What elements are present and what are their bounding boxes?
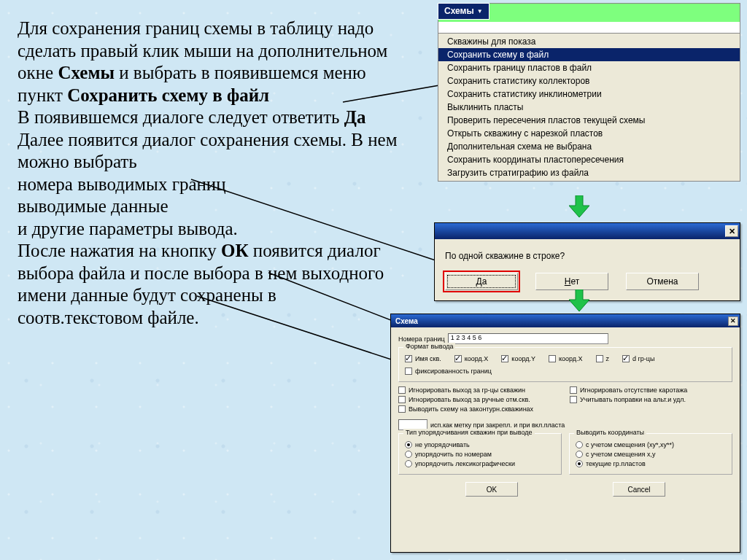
sort-group: Тип упорядочивания скважин при выводе не… bbox=[398, 433, 562, 475]
flow-arrow-icon bbox=[569, 195, 589, 217]
instructions-text: Для сохранения границ схемы в таблицу на… bbox=[18, 18, 404, 329]
context-menu: Скважины для показа Сохранить схему в фа… bbox=[438, 34, 740, 182]
close-button[interactable]: ✕ bbox=[728, 316, 738, 326]
checkbox[interactable] bbox=[570, 396, 577, 403]
checkbox[interactable] bbox=[622, 355, 630, 362]
checkbox[interactable] bbox=[405, 368, 412, 375]
no-button[interactable]: Нет bbox=[535, 273, 608, 290]
menu-item[interactable]: Выклинить пласты bbox=[438, 101, 740, 114]
menu-item[interactable]: Сохранить статистику коллекторов bbox=[438, 74, 740, 88]
save-scheme-dialog: Схема ✕ Номера границ 1 2 3 4 5 6 Формат… bbox=[390, 314, 740, 553]
checkbox[interactable] bbox=[549, 355, 556, 362]
menu-item-selected[interactable]: Сохранить схему в файл bbox=[438, 48, 740, 61]
mark-note: исп.как метку при закрепл. и при вкл.пла… bbox=[430, 421, 565, 429]
cancel-button[interactable]: Отмена bbox=[626, 273, 699, 290]
menu-item[interactable]: Сохранить границу пластов в файл bbox=[438, 61, 740, 74]
radio[interactable] bbox=[576, 441, 583, 448]
menu-item[interactable]: Проверить пересечения пластов текущей сх… bbox=[438, 114, 740, 127]
menu-item[interactable]: Сохранить статистику инклинометрии bbox=[438, 88, 740, 101]
yes-label-rest: а bbox=[482, 276, 487, 287]
checkbox[interactable] bbox=[405, 355, 412, 362]
confirm-titlebar: ✕ bbox=[435, 223, 740, 239]
menu-item[interactable]: Сохранить координаты пластопересечения bbox=[438, 153, 740, 166]
chevron-down-icon: ▼ bbox=[477, 8, 483, 15]
group-label: Формат вывода bbox=[403, 343, 455, 350]
cancel-button[interactable]: Cancel bbox=[613, 482, 665, 497]
group-label: Тип упорядочивания скважин при выводе bbox=[403, 429, 535, 436]
menu-item[interactable]: Дополнительная схема не выбрана bbox=[438, 140, 740, 153]
coord-group: Выводить координаты с учетом смещения (x… bbox=[569, 433, 732, 475]
context-menu-panel: Схемы▼ Скважины для показа Сохранить схе… bbox=[438, 3, 740, 182]
output-format-group: Формат вывода Имя скв. коорд.X коорд.Y к… bbox=[398, 347, 732, 382]
radio[interactable] bbox=[576, 460, 583, 467]
borders-number-input[interactable]: 1 2 3 4 5 6 bbox=[448, 333, 608, 344]
menu-item[interactable]: Скважины для показа bbox=[438, 35, 740, 48]
checkbox[interactable] bbox=[454, 355, 462, 362]
flow-arrow-icon bbox=[569, 289, 589, 311]
menu-item[interactable]: Загрузить стратиграфию из файла bbox=[438, 166, 740, 179]
confirm-question: По одной скважине в строке? bbox=[435, 239, 740, 268]
menu-item[interactable]: Открыть скважину с нарезкой пластов bbox=[438, 127, 740, 140]
checkbox[interactable] bbox=[596, 355, 603, 362]
radio[interactable] bbox=[405, 451, 412, 458]
radio[interactable] bbox=[405, 441, 412, 448]
checkbox[interactable] bbox=[398, 405, 406, 413]
checkbox[interactable] bbox=[398, 386, 406, 394]
checkbox[interactable] bbox=[501, 355, 508, 362]
radio[interactable] bbox=[576, 451, 583, 458]
schemes-dropdown-button[interactable]: Схемы▼ bbox=[438, 3, 489, 20]
panel1-input-row[interactable] bbox=[438, 22, 740, 34]
checkbox[interactable] bbox=[570, 386, 577, 394]
close-button[interactable]: ✕ bbox=[725, 225, 738, 237]
group-label: Выводить координаты bbox=[574, 429, 646, 436]
borders-number-label: Номера границ bbox=[398, 335, 445, 343]
dialog-titlebar: Схема ✕ bbox=[391, 314, 740, 327]
dialog-title: Схема bbox=[395, 317, 418, 325]
radio[interactable] bbox=[405, 460, 412, 467]
yes-button[interactable]: Да bbox=[445, 273, 518, 290]
checkbox[interactable] bbox=[398, 396, 406, 403]
ok-button[interactable]: OK bbox=[465, 482, 518, 497]
